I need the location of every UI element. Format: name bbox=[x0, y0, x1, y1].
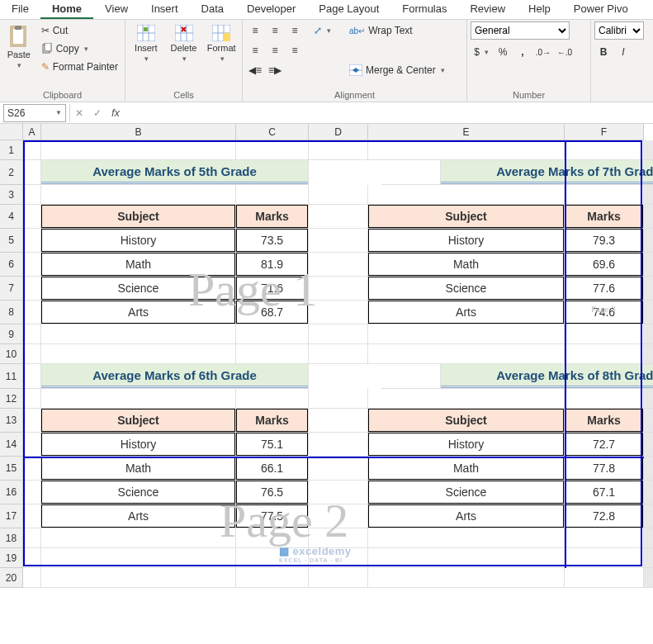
comma-button[interactable]: , bbox=[513, 43, 532, 61]
cell[interactable] bbox=[381, 364, 441, 389]
cell[interactable]: 71.6 bbox=[236, 277, 309, 301]
indent-increase-button[interactable]: ≡▶ bbox=[266, 61, 284, 79]
align-top-button[interactable]: ≡ bbox=[246, 21, 264, 40]
cell[interactable] bbox=[41, 185, 236, 205]
cell[interactable]: 79.3 bbox=[565, 229, 644, 253]
cell[interactable] bbox=[23, 364, 41, 389]
cell[interactable] bbox=[23, 344, 41, 364]
align-bottom-button[interactable]: ≡ bbox=[286, 21, 304, 40]
delete-cells-button[interactable]: Delete▾ bbox=[167, 21, 201, 66]
col-header-d[interactable]: D bbox=[309, 124, 368, 140]
cell[interactable] bbox=[236, 389, 309, 409]
cell[interactable] bbox=[23, 324, 41, 344]
cell[interactable] bbox=[23, 504, 41, 528]
cell[interactable] bbox=[309, 277, 368, 301]
italic-button[interactable]: I bbox=[614, 43, 632, 61]
col-header-f[interactable]: F bbox=[565, 124, 644, 140]
tab-data[interactable]: Data bbox=[190, 0, 235, 19]
cell[interactable]: 72.7 bbox=[565, 433, 644, 457]
cancel-formula-button[interactable]: ✕ bbox=[70, 104, 88, 122]
select-all-corner[interactable] bbox=[0, 124, 23, 140]
cell[interactable]: 77.8 bbox=[565, 457, 644, 481]
cell[interactable]: 73.5 bbox=[236, 229, 309, 253]
paste-button[interactable]: Paste ▾ bbox=[3, 21, 35, 73]
cell[interactable]: Arts bbox=[368, 301, 565, 324]
cell[interactable] bbox=[368, 568, 565, 588]
percent-button[interactable]: % bbox=[494, 43, 512, 61]
cell[interactable]: 75.1 bbox=[236, 433, 309, 457]
cell[interactable] bbox=[309, 433, 368, 457]
cell[interactable]: Science bbox=[368, 277, 565, 301]
cell[interactable] bbox=[23, 528, 41, 548]
tab-file[interactable]: File bbox=[0, 0, 40, 19]
cell[interactable]: History bbox=[368, 229, 565, 253]
name-box[interactable]: S26▼ bbox=[3, 104, 66, 122]
merge-center-button[interactable]: Merge & Center▾ bbox=[346, 61, 448, 79]
cell[interactable] bbox=[236, 185, 309, 205]
row-header-20[interactable]: 20 bbox=[0, 568, 23, 588]
format-painter-button[interactable]: ✎Format Painter bbox=[38, 58, 121, 76]
tab-page-layout[interactable]: Page Layout bbox=[307, 0, 390, 19]
tab-review[interactable]: Review bbox=[458, 0, 517, 19]
cell[interactable] bbox=[309, 504, 368, 528]
cell[interactable] bbox=[368, 185, 565, 205]
row-header-13[interactable]: 13 bbox=[0, 409, 23, 433]
cell[interactable]: Marks bbox=[236, 205, 309, 229]
cell[interactable]: 69.6 bbox=[565, 253, 644, 277]
cell[interactable]: Subject bbox=[368, 409, 565, 433]
cell[interactable]: Subject bbox=[41, 409, 236, 433]
row-header-4[interactable]: 4 bbox=[0, 205, 23, 229]
row-header-17[interactable]: 17 bbox=[0, 504, 23, 528]
cell[interactable] bbox=[309, 481, 368, 504]
row-header-11[interactable]: 11 bbox=[0, 364, 23, 389]
cell[interactable]: 74.6 bbox=[565, 301, 644, 324]
number-format-select[interactable]: General bbox=[471, 21, 570, 40]
row-header-19[interactable]: 19 bbox=[0, 548, 23, 568]
cell[interactable]: Math bbox=[41, 457, 236, 481]
cell[interactable] bbox=[23, 457, 41, 481]
cell[interactable]: 66.1 bbox=[236, 457, 309, 481]
cell[interactable] bbox=[23, 548, 41, 568]
col-header-b[interactable]: B bbox=[41, 124, 236, 140]
row-header-14[interactable]: 14 bbox=[0, 433, 23, 457]
cell[interactable] bbox=[368, 548, 565, 568]
cell[interactable] bbox=[23, 409, 41, 433]
cell[interactable]: Marks bbox=[236, 409, 309, 433]
cell[interactable]: Marks bbox=[565, 205, 644, 229]
cell[interactable] bbox=[309, 301, 368, 324]
font-family-select[interactable]: Calibri bbox=[594, 21, 644, 40]
cell[interactable] bbox=[309, 389, 368, 409]
tab-help[interactable]: Help bbox=[517, 0, 562, 19]
wrap-text-button[interactable]: ab↵Wrap Text bbox=[346, 21, 448, 40]
cell[interactable] bbox=[309, 409, 368, 433]
cell[interactable] bbox=[565, 528, 644, 548]
cell[interactable] bbox=[41, 528, 236, 548]
col-header-e[interactable]: E bbox=[368, 124, 565, 140]
cell[interactable] bbox=[41, 389, 236, 409]
cell[interactable] bbox=[41, 548, 236, 568]
tab-power-pivot[interactable]: Power Pivo bbox=[562, 0, 640, 19]
cell[interactable] bbox=[23, 185, 41, 205]
cell[interactable] bbox=[309, 140, 368, 160]
cell[interactable] bbox=[236, 528, 309, 548]
col-header-a[interactable]: A bbox=[23, 124, 41, 140]
row-header-16[interactable]: 16 bbox=[0, 481, 23, 504]
cell[interactable]: 77.6 bbox=[565, 277, 644, 301]
cell[interactable]: Math bbox=[41, 253, 236, 277]
cell[interactable] bbox=[309, 229, 368, 253]
row-header-18[interactable]: 18 bbox=[0, 528, 23, 548]
cell[interactable] bbox=[565, 548, 644, 568]
cell[interactable] bbox=[23, 568, 41, 588]
align-middle-button[interactable]: ≡ bbox=[266, 21, 284, 40]
cell[interactable]: 68.7 bbox=[236, 301, 309, 324]
cell[interactable] bbox=[368, 528, 565, 548]
cell[interactable] bbox=[23, 481, 41, 504]
cell[interactable] bbox=[41, 140, 236, 160]
cell[interactable] bbox=[41, 344, 236, 364]
cell[interactable] bbox=[368, 389, 565, 409]
format-cells-button[interactable]: Format▾ bbox=[204, 21, 239, 66]
align-right-button[interactable]: ≡ bbox=[286, 41, 304, 59]
tab-home[interactable]: Home bbox=[40, 0, 93, 19]
cell[interactable] bbox=[565, 140, 644, 160]
cell[interactable]: Science bbox=[368, 481, 565, 504]
